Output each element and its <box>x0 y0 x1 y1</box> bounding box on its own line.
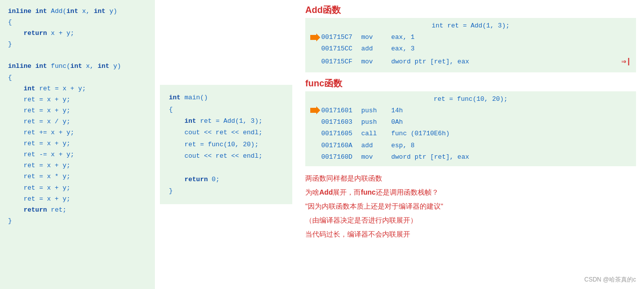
code-line: return ret; <box>8 205 147 216</box>
code-line: return x + y; <box>8 28 147 39</box>
asm-row: 00171603 push 0Ah <box>310 116 631 128</box>
middle-panel: int main() { int ret = Add(1, 3); cout <… <box>155 0 297 289</box>
code-line: ret -= x + y; <box>8 149 147 160</box>
asm-row: 0017160A add esp, 8 <box>310 140 631 151</box>
code-line <box>169 162 283 174</box>
no-arrow-placeholder <box>310 56 321 67</box>
code-line: int main() <box>169 92 283 103</box>
add-asm-table: int ret = Add(1, 3); 001715C7 mov eax, 1… <box>305 18 636 72</box>
code-line: ret = x + y; <box>8 94 147 105</box>
code-line: cout << ret << endl; <box>169 127 283 138</box>
code-line: { <box>169 104 283 115</box>
code-line: ret = x + y; <box>8 138 147 149</box>
left-code-content: inline int Add(int x, int y) { return x … <box>8 6 147 227</box>
side-arrow-icon: ⇒| <box>622 55 631 69</box>
no-arrow-placeholder <box>310 140 321 151</box>
asm-row: 001715C7 mov eax, 1 <box>310 31 631 43</box>
add-title-text: Add函数 <box>305 5 341 15</box>
svg-marker-1 <box>310 106 320 114</box>
add-asm-header: int ret = Add(1, 3); <box>310 21 631 30</box>
code-line: ret += x + y; <box>8 127 147 138</box>
code-line: } <box>8 216 147 227</box>
left-code-panel: inline int Add(int x, int y) { return x … <box>0 0 155 289</box>
main-code-box: int main() { int ret = Add(1, 3); cout <… <box>160 85 292 204</box>
code-line <box>8 50 147 61</box>
func-asm-table: ret = func(10, 20); 00171601 push 14h 00… <box>305 91 636 166</box>
code-line: inline int func(int x, int y) <box>8 61 147 72</box>
code-line: { <box>8 17 147 28</box>
orange-arrow-icon <box>310 33 321 41</box>
code-line: ret = x / y; <box>8 116 147 127</box>
svg-marker-0 <box>310 33 320 41</box>
func-section-title: func函数 <box>305 77 636 89</box>
comment-line-3: "因为内联函数本质上还是对于编译器的建议" <box>305 199 636 213</box>
no-arrow-placeholder <box>310 116 321 128</box>
asm-row: 00171601 push 14h <box>310 105 631 116</box>
code-line: ret = func(10, 20); <box>169 139 283 150</box>
code-line: inline int Add(int x, int y) <box>8 6 147 17</box>
code-line: int ret = Add(1, 3); <box>169 115 283 127</box>
asm-row: 00171605 call func (01710E6h) <box>310 128 631 139</box>
no-arrow-placeholder <box>310 128 321 139</box>
add-section-title: Add函数 <box>305 4 636 16</box>
asm-row: 0017160D mov dword ptr [ret], eax <box>310 151 631 163</box>
watermark-text: CSDN @哈茶真的c <box>584 276 636 283</box>
code-line: { <box>8 72 147 83</box>
comment-line-4: （由编译器决定是否进行内联展开） <box>305 213 636 227</box>
func-section: func函数 ret = func(10, 20); 00171601 push… <box>305 77 636 166</box>
code-line: int ret = x + y; <box>8 83 147 94</box>
watermark: CSDN @哈茶真的c <box>584 276 636 284</box>
code-line: ret = x + y; <box>8 183 147 194</box>
comment-line-5: 当代码过长，编译器不会内联展开 <box>305 227 636 241</box>
func-title-text: func函数 <box>305 78 342 88</box>
comment-line-1: 两函数同样都是内联函数 <box>305 171 636 185</box>
add-section: Add函数 int ret = Add(1, 3); 001715C7 mov … <box>305 4 636 72</box>
orange-arrow-icon <box>310 106 321 114</box>
code-line: ret = x * y; <box>8 171 147 182</box>
code-line: } <box>8 39 147 50</box>
add-header-code: int ret = Add(1, 3); <box>432 22 510 29</box>
code-line: ret = x + y; <box>8 160 147 171</box>
comment-block: 两函数同样都是内联函数 为啥Add展开，而func还是调用函数栈帧？ "因为内联… <box>305 171 636 241</box>
comment-line-2: 为啥Add展开，而func还是调用函数栈帧？ <box>305 185 636 199</box>
func-asm-header: ret = func(10, 20); <box>310 94 631 104</box>
code-line: ret = x + y; <box>8 194 147 205</box>
func-header-code: ret = func(10, 20); <box>434 95 508 103</box>
asm-row: 001715CC add eax, 3 <box>310 43 631 54</box>
code-line: cout << ret << endl; <box>169 150 283 162</box>
code-line: } <box>169 185 283 197</box>
code-line: return 0; <box>169 174 283 185</box>
code-line: ret = x + y; <box>8 105 147 116</box>
asm-row: 001715CF mov dword ptr [ret], eax ⇒| <box>310 55 631 69</box>
no-arrow-placeholder <box>310 151 321 163</box>
right-panel: Add函数 int ret = Add(1, 3); 001715C7 mov … <box>297 0 644 289</box>
no-arrow-placeholder <box>310 43 321 54</box>
